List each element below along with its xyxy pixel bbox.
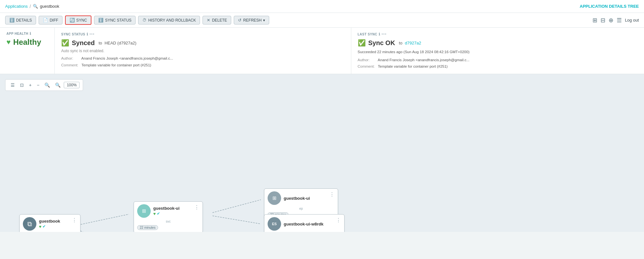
node-svc-menu[interactable]: ⋮ <box>194 204 199 210</box>
svc-icon: ⊞ <box>137 204 151 218</box>
node-ep-header: ⊞ guestbook-ui ⋮ <box>268 191 335 205</box>
delete-icon: ✕ <box>207 18 210 23</box>
node-guestbook-header: ⧉ guestbook ♥ ✔ ⋮ <box>23 217 77 231</box>
sync-head-link[interactable]: HEAD (d7927a2) <box>105 41 137 45</box>
nav-breadcrumb-item: guestbook <box>40 4 59 9</box>
info-icon: ℹ️ <box>9 18 14 23</box>
canvas-toolbar: ☰ ⊡ + − 🔍 🔍 100% <box>5 79 83 91</box>
last-sync-info-icon: ℹ <box>379 32 380 36</box>
grid-view-icon[interactable]: ⊟ <box>601 17 605 24</box>
list-view-icon[interactable]: ☰ <box>617 17 622 24</box>
sync-status-panel: SYNC STATUS ℹ ⋯ ✅ Synced to HEAD (d7927a… <box>55 28 351 74</box>
sync-author-label: Author: <box>61 55 80 62</box>
node-guestbook-name: guestbook <box>39 219 69 224</box>
sync-status-title: SYNC STATUS ℹ ⋯ <box>61 32 341 37</box>
node-svc-badges: ♥ ✔ <box>153 211 192 216</box>
node-svc-name: guestbook-ui <box>153 206 192 211</box>
last-sync-title: LAST SYNC ℹ ⋯ <box>358 32 638 37</box>
node-svc[interactable]: ⊞ guestbook-ui ♥ ✔ ⋮ svc 22 minutes <box>134 201 203 232</box>
node-guestbook-menu[interactable]: ⋮ <box>72 217 77 223</box>
sync-status-icon: ℹ️ <box>98 18 103 23</box>
app-health-title: APP HEALTH ℹ <box>6 32 48 36</box>
last-sync-more-button[interactable]: ⋯ <box>381 31 387 37</box>
canvas-fit-button[interactable]: ⊡ <box>18 82 26 89</box>
app-details-tree-link[interactable]: APPLICATION DETAILS TREE <box>580 4 639 9</box>
sync-icon: 🔄 <box>70 18 75 23</box>
toolbar: ℹ️ DETAILS 📄 DIFF 🔄 SYNC ℹ️ SYNC STATUS … <box>0 13 644 28</box>
last-author-label: Author: <box>358 57 377 63</box>
last-sync-meta: Succeeded 22 minutes ago (Sun Aug 18 202… <box>358 49 638 70</box>
sync-status-info-icon: ℹ <box>87 32 88 36</box>
svc-heart-badge: ♥ <box>153 211 156 216</box>
health-value: Healthy <box>13 38 41 47</box>
last-sync-to-label: to d7927a2 <box>399 41 421 45</box>
tree-view-icon[interactable]: ⊞ <box>592 17 597 24</box>
node-ep-type: ep <box>268 207 335 210</box>
diff-label: DIFF <box>50 18 58 23</box>
sync-status-label: SYNC STATUS <box>105 18 131 23</box>
sync-label: SYNC <box>76 18 87 23</box>
sync-status-button[interactable]: ℹ️ SYNC STATUS <box>94 16 136 24</box>
refresh-label: REFRESH <box>243 18 261 23</box>
sync-author: Anand Francis Joseph <anandfrancis.josep… <box>81 56 173 60</box>
sync-to-label: to HEAD (d7927a2) <box>99 41 136 45</box>
toolbar-right: ⊞ ⊟ ⊕ ☰ Log out <box>592 17 639 24</box>
last-sync-check-icon: ✅ <box>358 39 366 47</box>
sync-state-header: ✅ Synced to HEAD (d7927a2) <box>61 39 341 47</box>
last-author: Anand Francis Joseph <anandfrancis.josep… <box>378 58 469 62</box>
sync-state-value: Synced <box>72 39 95 47</box>
details-button[interactable]: ℹ️ DETAILS <box>5 16 36 24</box>
history-rollback-label: HISTORY AND ROLLBACK <box>148 18 196 23</box>
app-health-panel: APP HEALTH ℹ ♥ Healthy <box>0 28 55 74</box>
canvas-area[interactable]: ☰ ⊡ + − 🔍 🔍 100% ⧉ guestbook ♥ <box>0 74 644 232</box>
diff-icon: 📄 <box>43 18 48 23</box>
diff-button[interactable]: 📄 DIFF <box>39 16 62 24</box>
node-svc-header: ⊞ guestbook-ui ♥ ✔ ⋮ <box>137 204 199 218</box>
network-view-icon[interactable]: ⊕ <box>609 17 613 24</box>
node-svc-info: guestbook-ui ♥ ✔ <box>153 206 192 216</box>
delete-button[interactable]: ✕ DELETE <box>203 16 231 24</box>
last-comment-label: Comment: <box>358 63 377 70</box>
search-icon: 🔍 <box>33 4 38 9</box>
last-sync-panel: LAST SYNC ℹ ⋯ ✅ Sync OK to d7927a2 Succe… <box>351 28 644 74</box>
node-guestbook-badges: ♥ ✔ <box>39 224 69 229</box>
endpointslice-icon: ES <box>268 217 281 231</box>
delete-label: DELETE <box>212 18 227 23</box>
sync-button[interactable]: 🔄 SYNC <box>65 15 91 25</box>
ep-icon: ⊞ <box>268 191 281 205</box>
nav-applications-link[interactable]: Applications <box>5 4 28 9</box>
node-svc-type: svc <box>137 220 199 223</box>
logout-button[interactable]: Log out <box>625 18 639 23</box>
breadcrumb: Applications / 🔍 guestbook <box>5 4 59 9</box>
node-ep-menu[interactable]: ⋮ <box>329 191 335 197</box>
top-nav: Applications / 🔍 guestbook APPLICATION D… <box>0 0 644 13</box>
node-endpointslice[interactable]: ES guestbook-ui-w8rdk ⋮ endpointslice 22… <box>264 214 345 232</box>
node-endpointslice-name: guestbook-ui-w8rdk <box>284 222 333 226</box>
canvas-menu-button[interactable]: ☰ <box>9 82 17 89</box>
app-health-info-icon: ℹ <box>30 32 31 36</box>
node-guestbook-info: guestbook ♥ ✔ <box>39 219 69 229</box>
canvas-zoom-out-button[interactable]: − <box>35 82 41 89</box>
node-guestbook[interactable]: ⧉ guestbook ♥ ✔ ⋮ 24 minutes <box>19 214 80 232</box>
sync-comment-label: Comment: <box>61 62 80 69</box>
guestbook-icon: ⧉ <box>23 217 36 231</box>
refresh-icon: ↺ <box>238 18 242 23</box>
status-row: APP HEALTH ℹ ♥ Healthy SYNC STATUS ℹ ⋯ ✅… <box>0 28 644 74</box>
svc-tag-22min: 22 minutes <box>137 225 158 230</box>
node-endpointslice-header: ES guestbook-ui-w8rdk ⋮ <box>268 217 341 231</box>
last-sync-ref-link[interactable]: d7927a2 <box>405 41 421 45</box>
sync-check-icon: ✅ <box>61 39 69 47</box>
details-label: DETAILS <box>16 18 32 23</box>
history-icon: ⏱ <box>142 18 147 23</box>
canvas-zoom-out-small-button[interactable]: 🔍 <box>53 82 62 89</box>
canvas-zoom-in-small-button[interactable]: 🔍 <box>43 82 52 89</box>
last-sync-state-header: ✅ Sync OK to d7927a2 <box>358 39 638 47</box>
nav-separator: / <box>30 4 31 9</box>
canvas-zoom-in-button[interactable]: + <box>27 82 33 89</box>
node-endpointslice-menu[interactable]: ⋮ <box>336 217 341 223</box>
sync-meta: Author: Anand Francis Joseph <anandfranc… <box>61 55 341 68</box>
refresh-button[interactable]: ↺ REFRESH ▾ <box>234 16 269 24</box>
history-rollback-button[interactable]: ⏱ HISTORY AND ROLLBACK <box>138 16 200 24</box>
sync-status-more-button[interactable]: ⋯ <box>89 31 95 37</box>
svc-check-badge: ✔ <box>157 211 160 216</box>
